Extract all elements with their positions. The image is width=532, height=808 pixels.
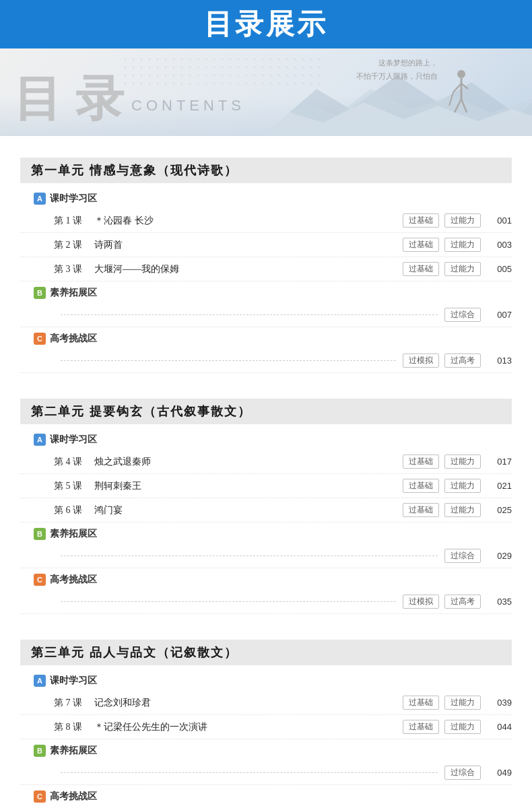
unit-header: 第一单元 情感与意象（现代诗歌） <box>20 158 512 183</box>
lesson-row: 第 4 课烛之武退秦师过基础过能力017 <box>20 450 512 474</box>
zone-label: 素养拓展区 <box>50 745 97 757</box>
zone-tag-group: 过综合 <box>444 766 481 780</box>
zone-label: 素养拓展区 <box>50 287 97 299</box>
tag-item: 过能力 <box>444 262 481 276</box>
zone-label: 课时学习区 <box>50 675 97 687</box>
banner-title: 目录展示 <box>204 5 328 43</box>
main-content: 第一单元 情感与意象（现代诗歌）A课时学习区第 1 课＊沁园春 长沙过基础过能力… <box>0 136 532 808</box>
lesson-name: 荆轲刺秦王 <box>94 480 403 492</box>
zone-row-B: B素养拓展区 <box>34 287 512 299</box>
unit-header: 第三单元 品人与品文（记叙散文） <box>20 640 512 665</box>
hiker-icon <box>444 69 478 123</box>
page-number: 001 <box>488 215 512 226</box>
dotted-line <box>61 772 438 773</box>
zone-badge-C: C <box>34 333 46 345</box>
zone-row-A: A课时学习区 <box>34 434 512 446</box>
page-number: 035 <box>488 597 512 607</box>
tag-group: 过基础过能力 <box>403 262 481 276</box>
page-number: 039 <box>488 698 512 708</box>
tag-item: 过高考 <box>444 354 481 368</box>
lesson-row: 第 1 课＊沁园春 长沙过基础过能力001 <box>20 209 512 233</box>
svg-line-9 <box>449 92 453 106</box>
tag-item: 过综合 <box>444 308 481 322</box>
tag-item: 过能力 <box>444 696 481 710</box>
tag-item: 过基础 <box>403 720 439 734</box>
lesson-number: 第 6 课 <box>54 504 94 516</box>
unit-header: 第二单元 提要钩玄（古代叙事散文） <box>20 399 512 424</box>
lesson-number: 第 8 课 <box>54 721 94 733</box>
zone-dotted-row: 过综合007 <box>20 303 512 327</box>
tag-item: 过基础 <box>403 454 439 469</box>
dotted-line <box>61 601 396 602</box>
lesson-row: 第 6 课鸿门宴过基础过能力025 <box>20 498 512 523</box>
tag-item: 过基础 <box>403 213 439 228</box>
page-number: 025 <box>488 505 512 515</box>
zone-tag-group: 过模拟过高考 <box>403 354 481 368</box>
page-number: 003 <box>488 240 512 250</box>
lesson-row: 第 2 课诗两首过基础过能力003 <box>20 233 512 257</box>
zone-badge-A: A <box>34 434 46 446</box>
svg-line-8 <box>461 99 467 112</box>
tag-item: 过综合 <box>444 766 481 780</box>
page-number: 049 <box>488 768 512 778</box>
tag-group: 过基础过能力 <box>403 696 481 710</box>
tag-item: 过模拟 <box>403 595 439 609</box>
tag-item: 过基础 <box>403 479 439 493</box>
mulu-chinese: 目 录 <box>13 74 124 123</box>
page-number: 029 <box>488 551 512 561</box>
lesson-row: 第 7 课记念刘和珍君过基础过能力039 <box>20 691 512 715</box>
tag-item: 过基础 <box>403 262 439 276</box>
tag-group: 过基础过能力 <box>403 503 481 517</box>
lesson-number: 第 1 课 <box>54 215 94 227</box>
tag-group: 过基础过能力 <box>403 720 481 734</box>
zone-tag-group: 过综合 <box>444 308 481 322</box>
lesson-name: ＊记梁任公先生的一次演讲 <box>94 721 403 733</box>
zone-tag-group: 过综合 <box>444 549 481 563</box>
zone-row-B: B素养拓展区 <box>34 528 512 540</box>
zone-label: 课时学习区 <box>50 434 97 446</box>
lesson-name: 大堰河——我的保姆 <box>94 263 403 275</box>
tag-item: 过基础 <box>403 503 439 517</box>
zone-badge-A: A <box>34 193 46 205</box>
zone-badge-B: B <box>34 287 46 299</box>
zone-label: 高考挑战区 <box>50 790 97 803</box>
lesson-number: 第 4 课 <box>54 456 94 468</box>
zone-label: 课时学习区 <box>50 193 97 205</box>
zone-label: 高考挑战区 <box>50 333 97 345</box>
unit-section-unit2: 第二单元 提要钩玄（古代叙事散文）A课时学习区第 4 课烛之武退秦师过基础过能力… <box>20 399 512 624</box>
unit-title: 第二单元 提要钩玄（古代叙事散文） <box>31 403 251 419</box>
lesson-number: 第 2 课 <box>54 239 94 251</box>
lesson-row: 第 5 课荆轲刺秦王过基础过能力021 <box>20 474 512 498</box>
top-banner: 目录展示 <box>0 0 532 48</box>
unit-title: 第三单元 品人与品文（记叙散文） <box>31 644 238 661</box>
zone-dotted-row: 过模拟过高考013 <box>20 349 512 373</box>
tag-item: 过综合 <box>444 549 481 563</box>
page-number: 044 <box>488 722 512 732</box>
zone-badge-B: B <box>34 528 46 540</box>
zone-row-B: B素养拓展区 <box>34 745 512 757</box>
tag-group: 过基础过能力 <box>403 238 481 252</box>
tag-item: 过高考 <box>444 595 481 609</box>
lesson-name: 诗两首 <box>94 239 403 251</box>
tag-group: 过基础过能力 <box>403 479 481 493</box>
tag-item: 过能力 <box>444 454 481 469</box>
contents-english: CONTENTS <box>131 97 245 114</box>
tag-item: 过能力 <box>444 213 481 228</box>
svg-point-3 <box>457 70 465 78</box>
dotted-line <box>61 556 438 556</box>
tag-item: 过模拟 <box>403 354 439 368</box>
svg-line-7 <box>455 99 461 112</box>
zone-row-A: A课时学习区 <box>34 193 512 205</box>
lesson-name: 记念刘和珍君 <box>94 697 403 709</box>
unit-section-unit3: 第三单元 品人与品文（记叙散文）A课时学习区第 7 课记念刘和珍君过基础过能力0… <box>20 640 512 808</box>
svg-line-5 <box>453 83 461 92</box>
units-container: 第一单元 情感与意象（现代诗歌）A课时学习区第 1 课＊沁园春 长沙过基础过能力… <box>20 158 512 808</box>
quote-text: 这条梦想的路上， 不怕千万人限路，只怕自 <box>356 57 438 83</box>
unit-title: 第一单元 情感与意象（现代诗歌） <box>31 162 238 178</box>
zone-label: 高考挑战区 <box>50 574 97 586</box>
tag-item: 过能力 <box>444 238 481 252</box>
tag-item: 过基础 <box>403 696 439 710</box>
zone-dotted-row: 过综合029 <box>20 544 512 568</box>
lesson-name: 鸿门宴 <box>94 504 403 516</box>
zone-dotted-row: 过模拟过高考035 <box>20 590 512 614</box>
